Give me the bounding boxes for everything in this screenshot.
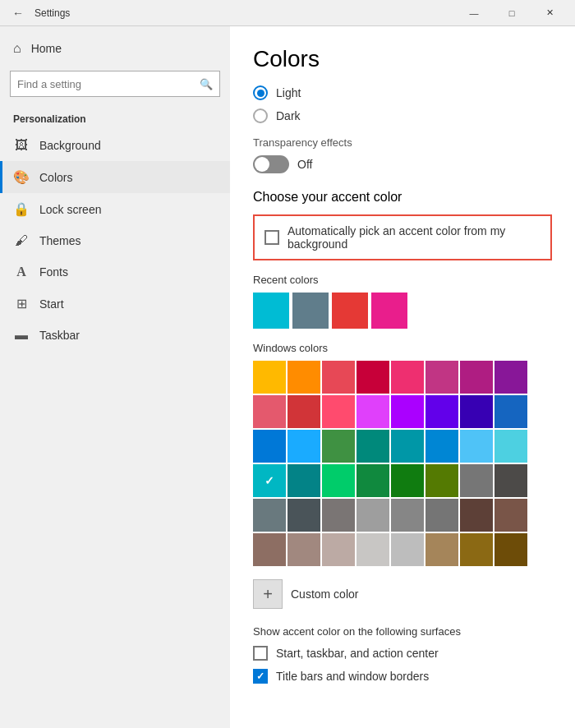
win-color-0-1[interactable] xyxy=(288,361,320,394)
custom-color-label: Custom color xyxy=(291,587,358,601)
win-color-3-0[interactable] xyxy=(253,464,286,497)
win-color-0-7[interactable] xyxy=(494,361,527,394)
win-color-3-5[interactable] xyxy=(426,464,458,497)
win-color-2-4[interactable] xyxy=(391,430,424,463)
sidebar-item-fonts[interactable]: A Fonts xyxy=(0,256,230,288)
sidebar-item-lock-screen[interactable]: 🔒 Lock screen xyxy=(0,193,230,225)
sidebar-item-taskbar[interactable]: ▬ Taskbar xyxy=(0,320,230,351)
win-colors-row-5 xyxy=(253,533,552,566)
win-color-2-1[interactable] xyxy=(288,430,320,463)
win-color-1-2[interactable] xyxy=(322,395,355,428)
back-button[interactable]: ← xyxy=(7,2,30,25)
transparency-toggle[interactable] xyxy=(253,155,289,173)
recent-color-3[interactable] xyxy=(332,293,368,329)
custom-color-row[interactable]: + Custom color xyxy=(253,579,552,609)
win-color-2-5[interactable] xyxy=(426,430,458,463)
windows-colors-label: Windows colors xyxy=(253,342,552,354)
search-icon: 🔍 xyxy=(193,78,219,90)
recent-color-1[interactable] xyxy=(253,293,289,329)
win-color-2-6[interactable] xyxy=(460,430,493,463)
sidebar-item-start[interactable]: ⊞ Start xyxy=(0,288,230,320)
title-bars-checkbox-row[interactable]: Title bars and window borders xyxy=(253,669,552,684)
win-color-1-4[interactable] xyxy=(391,395,424,428)
win-color-0-0[interactable] xyxy=(253,361,286,394)
surfaces-title: Show accent color on the following surfa… xyxy=(253,625,552,638)
win-color-5-3[interactable] xyxy=(356,533,389,566)
win-color-4-2[interactable] xyxy=(322,499,355,532)
sidebar-item-themes[interactable]: 🖌 Themes xyxy=(0,225,230,256)
win-color-1-3[interactable] xyxy=(356,395,389,428)
win-color-2-3[interactable] xyxy=(356,430,389,463)
win-color-5-1[interactable] xyxy=(288,533,320,566)
radio-light-circle xyxy=(253,85,268,100)
win-color-1-1[interactable] xyxy=(288,395,320,428)
win-color-5-7[interactable] xyxy=(494,533,527,566)
win-color-5-4[interactable] xyxy=(391,533,424,566)
maximize-button[interactable]: □ xyxy=(493,0,531,26)
start-taskbar-checkbox-row[interactable]: Start, taskbar, and action center xyxy=(253,646,552,661)
win-color-1-0[interactable] xyxy=(253,395,286,428)
start-taskbar-checkbox[interactable] xyxy=(253,646,268,661)
win-color-1-6[interactable] xyxy=(460,395,493,428)
win-color-2-2[interactable] xyxy=(322,430,355,463)
sidebar-item-colors[interactable]: 🎨 Colors xyxy=(0,161,230,193)
win-color-0-3[interactable] xyxy=(356,361,389,394)
search-box[interactable]: 🔍 xyxy=(10,71,220,97)
background-icon: 🖼 xyxy=(13,138,30,153)
search-input[interactable] xyxy=(11,78,193,90)
win-color-1-7[interactable] xyxy=(494,395,527,428)
sidebar-item-themes-label: Themes xyxy=(39,234,81,247)
win-color-5-2[interactable] xyxy=(322,533,355,566)
transparency-toggle-label: Off xyxy=(297,158,312,171)
app-body: ⌂ Home 🔍 Personalization 🖼 Background 🎨 … xyxy=(0,26,575,728)
win-color-4-5[interactable] xyxy=(426,499,458,532)
win-color-5-6[interactable] xyxy=(460,533,493,566)
win-color-4-6[interactable] xyxy=(460,499,493,532)
win-color-3-6[interactable] xyxy=(460,464,493,497)
win-color-2-0[interactable] xyxy=(253,430,286,463)
win-color-4-7[interactable] xyxy=(494,499,527,532)
title-bars-label: Title bars and window borders xyxy=(276,670,429,683)
sidebar-home[interactable]: ⌂ Home xyxy=(0,33,230,64)
close-button[interactable]: ✕ xyxy=(531,0,568,26)
win-color-0-5[interactable] xyxy=(426,361,458,394)
win-color-4-1[interactable] xyxy=(288,499,320,532)
fonts-icon: A xyxy=(13,265,30,279)
win-color-4-0[interactable] xyxy=(253,499,286,532)
win-color-3-3[interactable] xyxy=(356,464,389,497)
content-area: Colors Light Dark Transparency effects O… xyxy=(230,26,575,728)
radio-dark[interactable]: Dark xyxy=(253,108,552,123)
home-icon: ⌂ xyxy=(13,41,21,56)
recent-color-2[interactable] xyxy=(292,293,329,329)
title-bars-checkbox[interactable] xyxy=(253,669,268,684)
win-color-0-4[interactable] xyxy=(391,361,424,394)
win-color-2-7[interactable] xyxy=(494,430,527,463)
minimize-button[interactable]: — xyxy=(455,0,493,26)
radio-light[interactable]: Light xyxy=(253,85,552,100)
windows-colors-grid xyxy=(253,361,552,566)
auto-pick-checkbox[interactable] xyxy=(264,230,279,245)
sidebar-item-start-label: Start xyxy=(39,297,64,311)
win-color-3-1[interactable] xyxy=(288,464,320,497)
recent-color-4[interactable] xyxy=(371,293,407,329)
accent-section-title: Choose your accent color xyxy=(253,190,552,205)
win-color-1-5[interactable] xyxy=(426,395,458,428)
win-color-5-0[interactable] xyxy=(253,533,286,566)
radio-light-label: Light xyxy=(276,86,301,99)
radio-dark-label: Dark xyxy=(276,109,301,122)
win-color-0-6[interactable] xyxy=(460,361,493,394)
win-color-4-4[interactable] xyxy=(391,499,424,532)
win-color-0-2[interactable] xyxy=(322,361,355,394)
sidebar-item-background[interactable]: 🖼 Background xyxy=(0,130,230,161)
start-taskbar-label: Start, taskbar, and action center xyxy=(276,647,439,660)
custom-color-button[interactable]: + xyxy=(253,579,283,609)
sidebar-item-colors-label: Colors xyxy=(39,171,72,184)
win-color-3-7[interactable] xyxy=(494,464,527,497)
auto-pick-checkbox-row[interactable]: Automatically pick an accent color from … xyxy=(253,214,552,260)
win-color-4-3[interactable] xyxy=(356,499,389,532)
win-color-5-5[interactable] xyxy=(426,533,458,566)
win-color-3-2[interactable] xyxy=(322,464,355,497)
win-color-3-4[interactable] xyxy=(391,464,424,497)
lock-icon: 🔒 xyxy=(13,201,30,217)
themes-icon: 🖌 xyxy=(13,233,30,248)
